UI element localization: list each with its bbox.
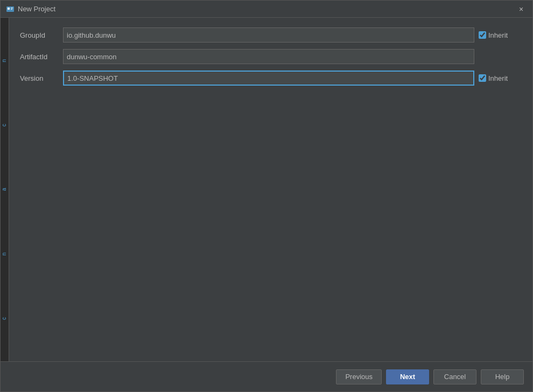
version-row: Version Inherit (20, 69, 522, 87)
version-inherit-wrapper: Inherit (479, 74, 522, 82)
dialog-body: n c a n c GroupId Inherit (1, 18, 532, 361)
group-id-input-wrapper: Inherit (63, 27, 522, 43)
svg-rect-3 (11, 9, 12, 10)
cancel-button[interactable]: Cancel (433, 369, 476, 384)
version-inherit-checkbox[interactable] (479, 74, 486, 82)
version-input[interactable] (63, 71, 474, 86)
dialog-title: New Project (18, 5, 55, 13)
help-button[interactable]: Help (481, 369, 524, 384)
version-input-wrapper: Inherit (63, 71, 522, 86)
sidebar-hint-5: c (1, 317, 9, 320)
svg-rect-1 (8, 8, 10, 10)
sidebar-hint-2: c (1, 124, 9, 127)
next-button[interactable]: Next (386, 369, 429, 384)
project-icon (6, 5, 15, 13)
dialog-titlebar: New Project × (1, 1, 532, 18)
previous-button[interactable]: Previous (336, 369, 382, 384)
content-spacer (20, 91, 522, 357)
group-id-label: GroupId (20, 31, 63, 39)
version-inherit-label: Inherit (488, 74, 508, 82)
sidebar-hint-4: n (1, 253, 9, 256)
new-project-dialog: New Project × n c a n c GroupId (0, 0, 533, 392)
artifact-id-label: ArtifactId (20, 53, 63, 61)
dialog-footer: Previous Next Cancel Help (1, 361, 532, 391)
group-id-input[interactable] (63, 27, 474, 43)
group-id-row: GroupId Inherit (20, 26, 522, 44)
sidebar-hint-1: n (1, 59, 9, 62)
group-id-inherit-checkbox[interactable] (479, 31, 486, 39)
svg-rect-2 (11, 8, 13, 9)
group-id-inherit-wrapper: Inherit (479, 31, 522, 39)
left-sidebar-edge: n c a n c (1, 18, 9, 361)
dialog-overlay: New Project × n c a n c GroupId (0, 0, 533, 392)
dialog-title-left: New Project (6, 5, 55, 13)
artifact-id-row: ArtifactId (20, 48, 522, 65)
group-id-inherit-label: Inherit (488, 31, 508, 39)
dialog-main: GroupId Inherit ArtifactId (9, 18, 532, 361)
version-label: Version (20, 74, 63, 82)
sidebar-hint-3: a (1, 188, 9, 191)
artifact-id-input[interactable] (63, 49, 474, 64)
close-button[interactable]: × (515, 3, 527, 15)
artifact-id-input-wrapper (63, 49, 522, 64)
